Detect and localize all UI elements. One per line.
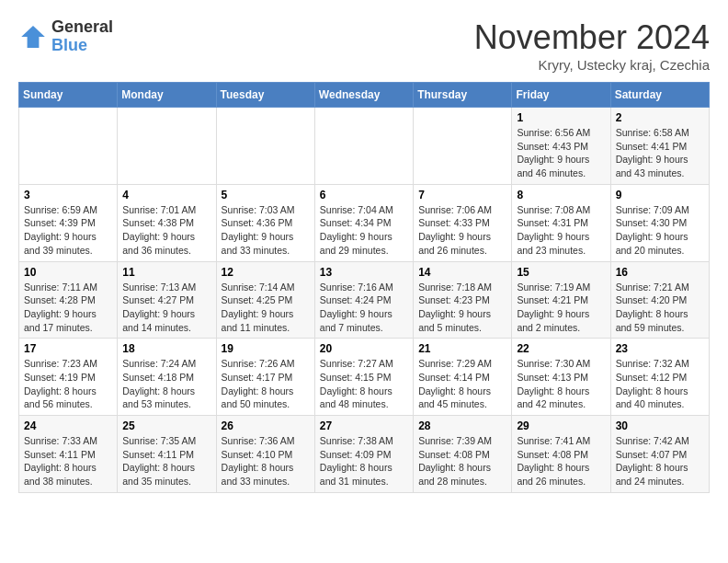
- calendar-cell: 14Sunrise: 7:18 AM Sunset: 4:23 PM Dayli…: [414, 261, 512, 339]
- day-info: Sunrise: 6:58 AM Sunset: 4:41 PM Dayligh…: [616, 126, 704, 180]
- day-number: 22: [517, 342, 605, 355]
- day-info: Sunrise: 6:59 AM Sunset: 4:39 PM Dayligh…: [24, 203, 112, 258]
- day-number: 8: [517, 189, 605, 201]
- calendar-cell: 13Sunrise: 7:16 AM Sunset: 4:24 PM Dayli…: [314, 261, 413, 339]
- calendar-cell: 8Sunrise: 7:08 AM Sunset: 4:31 PM Daylig…: [512, 184, 610, 261]
- calendar-cell: 15Sunrise: 7:19 AM Sunset: 4:21 PM Dayli…: [512, 261, 610, 339]
- calendar-cell: 9Sunrise: 7:09 AM Sunset: 4:30 PM Daylig…: [610, 184, 709, 261]
- day-info: Sunrise: 7:41 AM Sunset: 4:08 PM Dayligh…: [517, 434, 605, 488]
- calendar-table: SundayMondayTuesdayWednesdayThursdayFrid…: [18, 82, 710, 493]
- day-number: 13: [320, 266, 408, 279]
- day-info: Sunrise: 7:24 AM Sunset: 4:18 PM Dayligh…: [122, 357, 210, 411]
- day-number: 11: [122, 266, 210, 279]
- weekday-header-monday: Monday: [118, 83, 216, 108]
- day-info: Sunrise: 7:33 AM Sunset: 4:11 PM Dayligh…: [24, 434, 112, 488]
- day-number: 24: [24, 419, 112, 432]
- page-header: General Blue November 2024 Kryry, Usteck…: [18, 18, 710, 73]
- calendar-cell: 12Sunrise: 7:14 AM Sunset: 4:25 PM Dayli…: [216, 261, 314, 339]
- day-info: Sunrise: 7:30 AM Sunset: 4:13 PM Dayligh…: [517, 357, 605, 411]
- logo: General Blue: [18, 18, 113, 55]
- day-number: 4: [122, 189, 210, 201]
- day-info: Sunrise: 7:16 AM Sunset: 4:24 PM Dayligh…: [320, 281, 408, 335]
- calendar-cell: 19Sunrise: 7:26 AM Sunset: 4:17 PM Dayli…: [216, 339, 314, 416]
- day-info: Sunrise: 7:03 AM Sunset: 4:36 PM Dayligh…: [222, 203, 310, 258]
- calendar-cell: 26Sunrise: 7:36 AM Sunset: 4:10 PM Dayli…: [216, 416, 314, 493]
- day-info: Sunrise: 7:27 AM Sunset: 4:15 PM Dayligh…: [320, 357, 408, 411]
- day-info: Sunrise: 6:56 AM Sunset: 4:43 PM Dayligh…: [517, 126, 605, 180]
- day-info: Sunrise: 7:38 AM Sunset: 4:09 PM Dayligh…: [320, 434, 408, 488]
- calendar-cell: 3Sunrise: 6:59 AM Sunset: 4:39 PM Daylig…: [19, 184, 118, 261]
- calendar-cell: 7Sunrise: 7:06 AM Sunset: 4:33 PM Daylig…: [414, 184, 512, 261]
- calendar-cell: 23Sunrise: 7:32 AM Sunset: 4:12 PM Dayli…: [610, 339, 709, 416]
- calendar-cell: [314, 108, 413, 185]
- day-number: 19: [222, 342, 310, 355]
- day-info: Sunrise: 7:39 AM Sunset: 4:08 PM Dayligh…: [418, 434, 506, 488]
- day-number: 1: [517, 111, 605, 124]
- day-info: Sunrise: 7:13 AM Sunset: 4:27 PM Dayligh…: [122, 281, 210, 335]
- logo-text: General Blue: [51, 18, 113, 55]
- calendar-cell: 4Sunrise: 7:01 AM Sunset: 4:38 PM Daylig…: [118, 184, 216, 261]
- calendar-cell: 25Sunrise: 7:35 AM Sunset: 4:11 PM Dayli…: [118, 416, 216, 493]
- day-info: Sunrise: 7:32 AM Sunset: 4:12 PM Dayligh…: [616, 357, 704, 411]
- logo-line1: General: [51, 18, 113, 37]
- week-row-4: 17Sunrise: 7:23 AM Sunset: 4:19 PM Dayli…: [19, 339, 710, 416]
- weekday-header-wednesday: Wednesday: [314, 83, 413, 108]
- day-info: Sunrise: 7:19 AM Sunset: 4:21 PM Dayligh…: [517, 281, 605, 335]
- day-number: 12: [222, 266, 310, 279]
- calendar-cell: [118, 108, 216, 185]
- calendar-cell: 1Sunrise: 6:56 AM Sunset: 4:43 PM Daylig…: [512, 108, 610, 185]
- day-info: Sunrise: 7:08 AM Sunset: 4:31 PM Dayligh…: [517, 203, 605, 258]
- day-info: Sunrise: 7:11 AM Sunset: 4:28 PM Dayligh…: [24, 281, 112, 335]
- day-number: 20: [320, 342, 408, 355]
- calendar-cell: 29Sunrise: 7:41 AM Sunset: 4:08 PM Dayli…: [512, 416, 610, 493]
- svg-marker-0: [21, 26, 45, 48]
- day-info: Sunrise: 7:09 AM Sunset: 4:30 PM Dayligh…: [616, 203, 704, 258]
- calendar-cell: 16Sunrise: 7:21 AM Sunset: 4:20 PM Dayli…: [610, 261, 709, 339]
- day-info: Sunrise: 7:23 AM Sunset: 4:19 PM Dayligh…: [24, 357, 112, 411]
- weekday-header-tuesday: Tuesday: [216, 83, 314, 108]
- day-number: 18: [122, 342, 210, 355]
- day-number: 30: [616, 419, 704, 432]
- week-row-2: 3Sunrise: 6:59 AM Sunset: 4:39 PM Daylig…: [19, 184, 710, 261]
- day-number: 9: [616, 189, 704, 201]
- week-row-5: 24Sunrise: 7:33 AM Sunset: 4:11 PM Dayli…: [19, 416, 710, 493]
- week-row-1: 1Sunrise: 6:56 AM Sunset: 4:43 PM Daylig…: [19, 108, 710, 185]
- day-number: 25: [122, 419, 210, 432]
- day-info: Sunrise: 7:36 AM Sunset: 4:10 PM Dayligh…: [222, 434, 310, 488]
- location: Kryry, Ustecky kraj, Czechia: [474, 57, 710, 73]
- calendar-cell: [19, 108, 118, 185]
- weekday-header-thursday: Thursday: [414, 83, 512, 108]
- day-number: 10: [24, 266, 112, 279]
- day-info: Sunrise: 7:26 AM Sunset: 4:17 PM Dayligh…: [222, 357, 310, 411]
- day-number: 26: [222, 419, 310, 432]
- day-number: 21: [418, 342, 506, 355]
- calendar-cell: 30Sunrise: 7:42 AM Sunset: 4:07 PM Dayli…: [610, 416, 709, 493]
- day-number: 3: [24, 189, 112, 201]
- day-info: Sunrise: 7:04 AM Sunset: 4:34 PM Dayligh…: [320, 203, 408, 258]
- day-info: Sunrise: 7:06 AM Sunset: 4:33 PM Dayligh…: [418, 203, 506, 258]
- calendar-cell: 21Sunrise: 7:29 AM Sunset: 4:14 PM Dayli…: [414, 339, 512, 416]
- title-block: November 2024 Kryry, Ustecky kraj, Czech…: [474, 18, 710, 73]
- calendar-cell: 18Sunrise: 7:24 AM Sunset: 4:18 PM Dayli…: [118, 339, 216, 416]
- day-number: 7: [418, 189, 506, 201]
- day-number: 15: [517, 266, 605, 279]
- day-info: Sunrise: 7:21 AM Sunset: 4:20 PM Dayligh…: [616, 281, 704, 335]
- calendar-cell: 24Sunrise: 7:33 AM Sunset: 4:11 PM Dayli…: [19, 416, 118, 493]
- month-title: November 2024: [474, 18, 710, 57]
- day-number: 16: [616, 266, 704, 279]
- calendar-cell: 22Sunrise: 7:30 AM Sunset: 4:13 PM Dayli…: [512, 339, 610, 416]
- day-number: 27: [320, 419, 408, 432]
- calendar-cell: 20Sunrise: 7:27 AM Sunset: 4:15 PM Dayli…: [314, 339, 413, 416]
- calendar-cell: 27Sunrise: 7:38 AM Sunset: 4:09 PM Dayli…: [314, 416, 413, 493]
- weekday-header-sunday: Sunday: [19, 83, 118, 108]
- calendar-cell: 28Sunrise: 7:39 AM Sunset: 4:08 PM Dayli…: [414, 416, 512, 493]
- weekday-header-friday: Friday: [512, 83, 610, 108]
- day-number: 5: [222, 189, 310, 201]
- logo-icon: [18, 22, 48, 52]
- day-number: 14: [418, 266, 506, 279]
- calendar-cell: 5Sunrise: 7:03 AM Sunset: 4:36 PM Daylig…: [216, 184, 314, 261]
- week-row-3: 10Sunrise: 7:11 AM Sunset: 4:28 PM Dayli…: [19, 261, 710, 339]
- day-number: 23: [616, 342, 704, 355]
- day-number: 6: [320, 189, 408, 201]
- calendar-cell: [216, 108, 314, 185]
